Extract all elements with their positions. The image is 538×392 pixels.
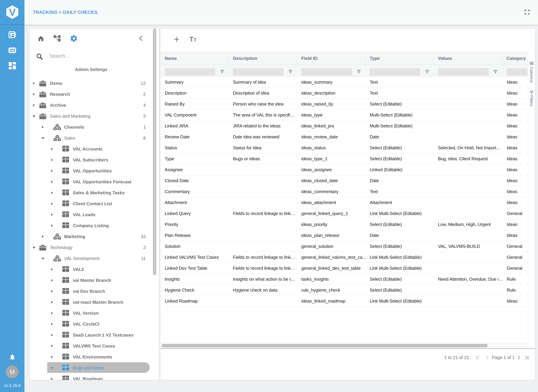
svg-text:V: V xyxy=(9,7,16,18)
